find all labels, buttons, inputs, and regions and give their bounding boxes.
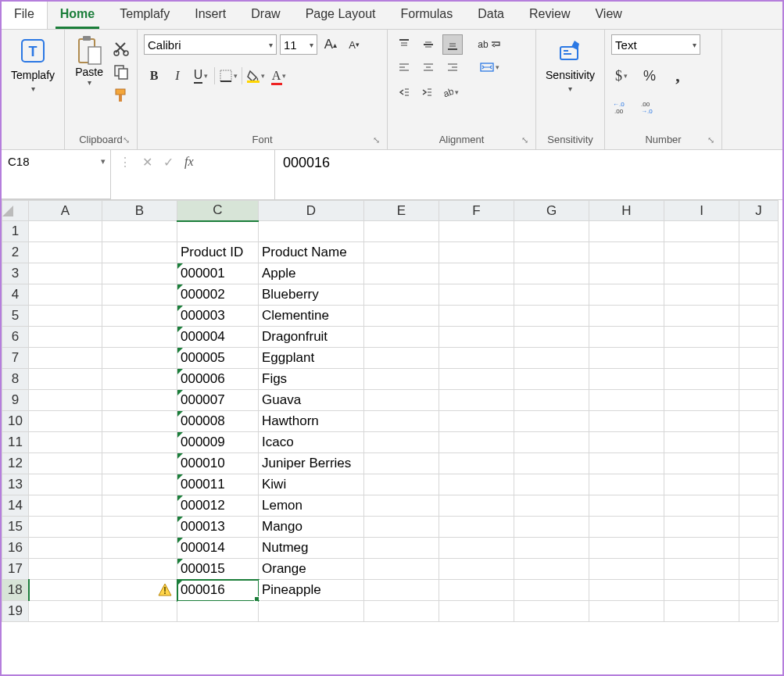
cell-E19[interactable] <box>364 601 439 622</box>
cell-D13[interactable]: Kiwi <box>259 474 364 495</box>
cell-D15[interactable]: Mango <box>259 517 364 538</box>
cell-J4[interactable] <box>739 284 779 306</box>
cell-F11[interactable] <box>439 432 514 453</box>
cell-D8[interactable]: Figs <box>259 369 364 390</box>
align-top-button[interactable] <box>394 34 414 55</box>
col-header-D[interactable]: D <box>259 201 364 221</box>
cell-H7[interactable] <box>589 348 664 369</box>
cell-E14[interactable] <box>364 495 439 517</box>
cell-I16[interactable] <box>664 538 739 559</box>
row-header-3[interactable]: 3 <box>2 263 29 284</box>
sensitivity-button[interactable]: Sensitivity <box>542 34 598 95</box>
cell-A5[interactable] <box>29 306 102 327</box>
row-header-8[interactable]: 8 <box>2 369 29 390</box>
tab-review[interactable]: Review <box>517 2 582 29</box>
cell-D9[interactable]: Guava <box>259 390 364 411</box>
align-center-button[interactable] <box>418 57 439 77</box>
cell-I8[interactable] <box>664 369 739 390</box>
cell-F9[interactable] <box>439 390 514 411</box>
templafy-button[interactable]: T Templafy <box>8 34 58 95</box>
cell-J10[interactable] <box>739 411 779 432</box>
cell-A15[interactable] <box>29 517 102 538</box>
cell-A2[interactable] <box>29 242 102 263</box>
cell-F15[interactable] <box>439 517 514 538</box>
fill-color-button[interactable] <box>245 66 266 86</box>
cell-D6[interactable]: Dragonfruit <box>259 327 364 348</box>
cell-D18[interactable]: Pineapple <box>259 580 364 601</box>
cell-B6[interactable] <box>102 327 177 348</box>
cancel-formula-button[interactable]: ✕ <box>142 155 152 170</box>
cell-E10[interactable] <box>364 411 439 432</box>
cell-E15[interactable] <box>364 517 439 538</box>
cell-H8[interactable] <box>589 369 664 390</box>
select-all-corner[interactable] <box>2 201 29 221</box>
cell-J5[interactable] <box>739 306 779 327</box>
cell-B7[interactable] <box>102 348 177 369</box>
cell-I19[interactable] <box>664 601 739 622</box>
cell-I10[interactable] <box>664 411 739 432</box>
increase-font-button[interactable]: A▴ <box>320 34 341 55</box>
cell-G2[interactable] <box>514 242 589 263</box>
cell-I13[interactable] <box>664 474 739 495</box>
cell-E1[interactable] <box>364 221 439 242</box>
cell-J11[interactable] <box>739 432 779 453</box>
decrease-font-button[interactable]: A▾ <box>344 34 364 55</box>
col-header-J[interactable]: J <box>739 201 779 221</box>
cell-A13[interactable] <box>29 474 102 495</box>
cell-H15[interactable] <box>589 517 664 538</box>
cell-H9[interactable] <box>589 390 664 411</box>
cell-C5[interactable]: 000003 <box>177 306 259 327</box>
cell-H4[interactable] <box>589 284 664 306</box>
cell-A9[interactable] <box>29 390 102 411</box>
cell-J6[interactable] <box>739 327 779 348</box>
cell-F2[interactable] <box>439 242 514 263</box>
font-size-combo[interactable]: 11▾ <box>280 34 317 55</box>
cell-D5[interactable]: Clementine <box>259 306 364 327</box>
cell-H3[interactable] <box>589 263 664 284</box>
cell-J13[interactable] <box>739 474 779 495</box>
cell-G19[interactable] <box>514 601 589 622</box>
cell-H12[interactable] <box>589 453 664 474</box>
cell-D3[interactable]: Apple <box>259 263 364 284</box>
cell-C4[interactable]: 000002 <box>177 284 259 306</box>
number-dialog-launcher[interactable]: ⤡ <box>707 135 718 146</box>
col-header-G[interactable]: G <box>514 201 589 221</box>
number-format-combo[interactable]: Text▾ <box>611 34 700 55</box>
cell-G5[interactable] <box>514 306 589 327</box>
cell-G6[interactable] <box>514 327 589 348</box>
increase-indent-button[interactable] <box>417 82 437 102</box>
row-header-9[interactable]: 9 <box>2 390 29 411</box>
cell-I2[interactable] <box>664 242 739 263</box>
cell-A16[interactable] <box>29 538 102 559</box>
cell-F14[interactable] <box>439 495 514 517</box>
cell-I18[interactable] <box>664 580 739 601</box>
cell-C10[interactable]: 000008 <box>177 411 259 432</box>
col-header-C[interactable]: C <box>177 201 259 221</box>
cell-I5[interactable] <box>664 306 739 327</box>
tab-data[interactable]: Data <box>465 2 517 29</box>
cell-B10[interactable] <box>102 411 177 432</box>
tab-view[interactable]: View <box>582 2 634 29</box>
cell-J16[interactable] <box>739 538 779 559</box>
cell-J12[interactable] <box>739 453 779 474</box>
cell-B17[interactable] <box>102 559 177 580</box>
cell-A17[interactable] <box>29 559 102 580</box>
font-name-combo[interactable]: Calibri▾ <box>144 34 277 55</box>
cell-A4[interactable] <box>29 284 102 306</box>
tab-templafy[interactable]: Templafy <box>107 2 182 29</box>
cell-A6[interactable] <box>29 327 102 348</box>
comma-format-button[interactable]: , <box>668 66 688 86</box>
cell-F19[interactable] <box>439 601 514 622</box>
cell-J1[interactable] <box>739 221 779 242</box>
col-header-H[interactable]: H <box>589 201 664 221</box>
formula-input[interactable]: 000016 <box>275 150 782 199</box>
cell-I3[interactable] <box>664 263 739 284</box>
cell-C8[interactable]: 000006 <box>177 369 259 390</box>
cell-F7[interactable] <box>439 348 514 369</box>
clipboard-dialog-launcher[interactable]: ⤡ <box>123 135 134 146</box>
cell-A19[interactable] <box>29 601 102 622</box>
tab-formulas[interactable]: Formulas <box>388 2 465 29</box>
cell-A18[interactable] <box>29 580 102 601</box>
accounting-format-button[interactable]: $ <box>611 66 632 86</box>
align-bottom-button[interactable] <box>442 34 463 55</box>
